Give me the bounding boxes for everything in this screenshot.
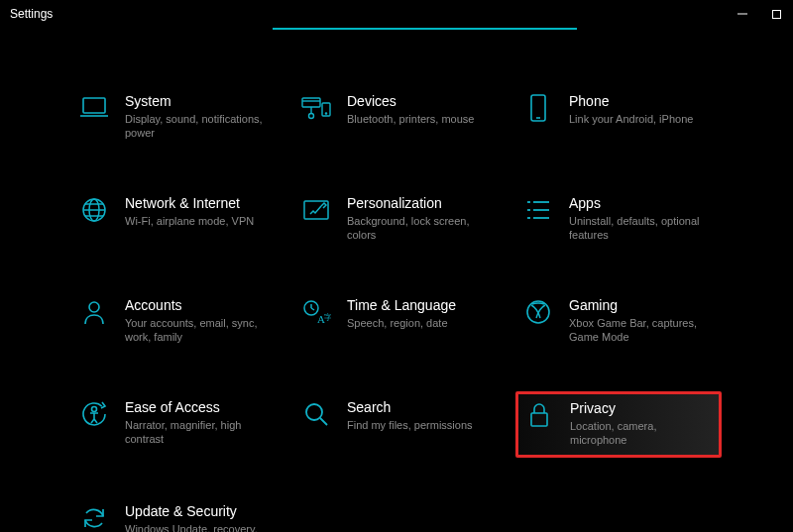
svg-point-31 — [92, 407, 97, 412]
tile-title: Personalization — [347, 193, 492, 212]
time-language-icon: A字 — [299, 295, 333, 329]
tile-subtitle: Link your Android, iPhone — [569, 112, 714, 126]
search-icon — [299, 397, 333, 431]
tile-ease-of-access[interactable]: Ease of Access Narrator, magnifier, high… — [71, 391, 278, 458]
tile-subtitle: Display, sound, notifications, power — [125, 112, 270, 140]
search-underline[interactable] — [273, 28, 577, 30]
lock-icon — [522, 398, 556, 432]
titlebar: Settings — [0, 0, 793, 28]
svg-rect-10 — [531, 95, 545, 121]
tile-apps[interactable]: Apps Uninstall, defaults, optional featu… — [515, 187, 722, 252]
tile-subtitle: Wi-Fi, airplane mode, VPN — [125, 214, 270, 228]
tile-gaming[interactable]: Gaming Xbox Game Bar, captures, Game Mod… — [515, 289, 722, 354]
tile-network[interactable]: Network & Internet Wi-Fi, airplane mode,… — [71, 187, 278, 252]
svg-text:字: 字 — [324, 313, 331, 322]
svg-rect-34 — [531, 413, 547, 426]
tile-subtitle: Speech, region, date — [347, 316, 492, 330]
settings-content: System Display, sound, notifications, po… — [0, 28, 793, 532]
svg-point-9 — [325, 113, 326, 114]
tile-title: Devices — [347, 91, 492, 110]
apps-list-icon — [521, 193, 555, 227]
tile-title: Apps — [569, 193, 714, 212]
svg-line-33 — [320, 418, 327, 425]
svg-point-24 — [89, 302, 99, 312]
tile-devices[interactable]: Devices Bluetooth, printers, mouse — [293, 85, 500, 150]
update-icon — [77, 501, 111, 532]
tile-phone[interactable]: Phone Link your Android, iPhone — [515, 85, 722, 150]
tile-subtitle: Uninstall, defaults, optional features — [569, 214, 714, 242]
svg-rect-4 — [302, 98, 320, 107]
maximize-button[interactable] — [765, 4, 787, 24]
empty-cell — [515, 495, 722, 532]
svg-point-7 — [309, 114, 314, 119]
tile-subtitle: Location, camera, microphone — [570, 419, 713, 447]
svg-rect-1 — [772, 10, 780, 18]
tile-subtitle: Xbox Game Bar, captures, Game Mode — [569, 316, 714, 344]
svg-rect-2 — [83, 98, 105, 113]
tile-subtitle: Find my files, permissions — [347, 418, 492, 432]
tile-title: Accounts — [125, 295, 270, 314]
tile-subtitle: Narrator, magnifier, high contrast — [125, 418, 270, 446]
laptop-icon — [77, 91, 111, 125]
person-icon — [77, 295, 111, 329]
globe-icon — [77, 193, 111, 227]
tile-accounts[interactable]: Accounts Your accounts, email, sync, wor… — [71, 289, 278, 354]
tile-personalization[interactable]: Personalization Background, lock screen,… — [293, 187, 500, 252]
tile-title: Search — [347, 397, 492, 416]
tile-title: Time & Language — [347, 295, 492, 314]
tile-system[interactable]: System Display, sound, notifications, po… — [71, 85, 278, 150]
paintbrush-icon — [299, 193, 333, 227]
tile-title: Phone — [569, 91, 714, 110]
tile-title: Update & Security — [125, 501, 270, 520]
window-controls — [732, 0, 787, 28]
tile-privacy[interactable]: Privacy Location, camera, microphone — [515, 391, 722, 458]
tile-update-security[interactable]: Update & Security Windows Update, recove… — [71, 495, 278, 532]
tile-subtitle: Your accounts, email, sync, work, family — [125, 316, 270, 344]
tile-title: Gaming — [569, 295, 714, 314]
tile-subtitle: Windows Update, recovery, backup — [125, 522, 270, 532]
tile-title: System — [125, 91, 270, 110]
tile-title: Privacy — [570, 398, 713, 417]
xbox-icon — [521, 295, 555, 329]
window-title: Settings — [8, 7, 53, 21]
svg-line-27 — [311, 308, 314, 310]
tile-subtitle: Background, lock screen, colors — [347, 214, 492, 242]
empty-cell — [293, 495, 500, 532]
tile-title: Network & Internet — [125, 193, 270, 212]
tile-title: Ease of Access — [125, 397, 270, 416]
devices-icon — [299, 91, 333, 125]
minimize-button[interactable] — [732, 4, 753, 24]
tile-subtitle: Bluetooth, printers, mouse — [347, 112, 492, 126]
tile-time-language[interactable]: A字 Time & Language Speech, region, date — [293, 289, 500, 354]
settings-grid: System Display, sound, notifications, po… — [71, 85, 722, 532]
phone-icon — [521, 91, 555, 125]
svg-point-32 — [306, 404, 322, 420]
ease-of-access-icon — [77, 397, 111, 431]
tile-search[interactable]: Search Find my files, permissions — [293, 391, 500, 458]
